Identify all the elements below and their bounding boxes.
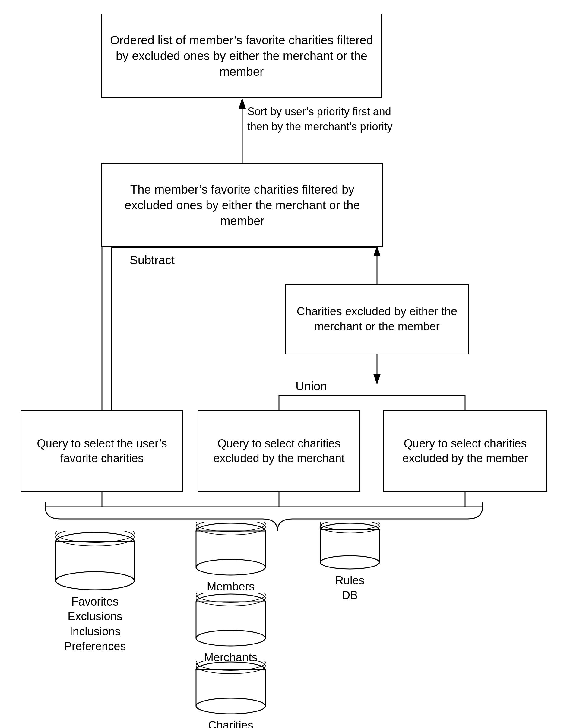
members-db-container: Members [187, 522, 274, 594]
svg-point-40 [320, 556, 379, 569]
charities-db-icon [193, 661, 268, 715]
rules-db-label: Rules DB [335, 573, 364, 603]
query-member-excluded-box: Query to select charities excluded by th… [383, 410, 547, 492]
charities-db-container: Charities [187, 661, 274, 728]
merchants-db-icon [193, 593, 268, 647]
merchants-db-container: Merchants [187, 593, 274, 665]
filtered-result-box: The member’s favorite charities filtered… [101, 163, 383, 247]
svg-point-20 [56, 572, 134, 590]
query-user-favorites-label: Query to select the user’s favorite char… [27, 436, 177, 466]
filtered-result-label: The member’s favorite charities filtered… [108, 182, 376, 229]
svg-point-25 [196, 559, 265, 575]
top-result-label: Ordered list of member’s favorite charit… [108, 32, 375, 79]
svg-point-30 [196, 630, 265, 646]
union-label: Union [296, 380, 327, 393]
sort-label: Sort by user’s priority first and then b… [247, 104, 398, 135]
subtract-label: Subtract [130, 253, 175, 267]
favorites-db-icon [53, 531, 137, 591]
diagram-container: Ordered list of member’s favorite charit… [0, 0, 570, 728]
favorites-db-label: Favorites Exclusions Inclusions Preferen… [64, 594, 126, 654]
svg-point-35 [196, 698, 265, 714]
query-merchant-excluded-label: Query to select charities excluded by th… [205, 436, 353, 466]
favorites-db-container: Favorites Exclusions Inclusions Preferen… [47, 531, 143, 654]
charities-db-label: Charities [208, 718, 253, 728]
query-merchant-excluded-box: Query to select charities excluded by th… [198, 410, 360, 492]
rules-db-icon [318, 522, 381, 570]
top-result-box: Ordered list of member’s favorite charit… [101, 14, 382, 98]
excluded-union-label: Charities excluded by either the merchan… [292, 304, 462, 334]
members-db-label: Members [207, 579, 255, 594]
query-member-excluded-label: Query to select charities excluded by th… [390, 436, 540, 466]
excluded-union-box: Charities excluded by either the merchan… [285, 284, 469, 354]
rules-db-container: Rules DB [312, 522, 387, 603]
query-user-favorites-box: Query to select the user’s favorite char… [20, 410, 183, 492]
members-db-icon [193, 522, 268, 576]
